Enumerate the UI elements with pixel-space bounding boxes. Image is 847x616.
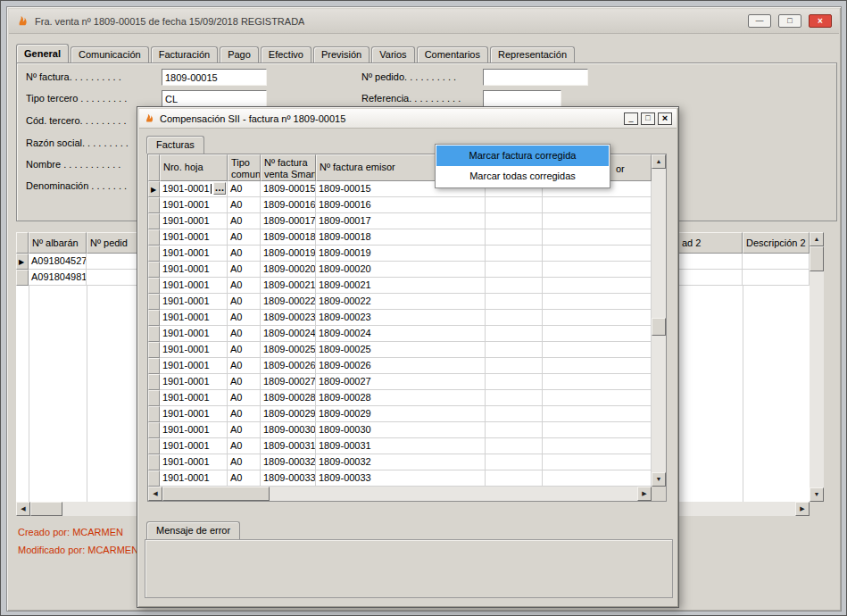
grid-cell[interactable] [486,406,543,422]
grid-cell[interactable]: 1901-0001 [160,326,228,342]
grid-row[interactable]: 1901-0001A01809-000281809-00028 [148,390,652,406]
grid-cell[interactable]: A0 [228,422,261,438]
row-selector[interactable]: ▶ [148,181,160,197]
grid-cell[interactable]: 1809-00017 [261,213,316,229]
grid-cell[interactable]: 1809-00025 [316,342,486,358]
grid-cell[interactable]: A0 [228,374,261,390]
grid-cell[interactable] [486,310,543,326]
grid-row[interactable]: 1901-0001A01809-000251809-00025 [148,342,652,358]
albaran-cell[interactable] [678,270,743,286]
grid-cell[interactable]: 1809-00019 [261,246,316,262]
row-selector[interactable] [16,270,29,286]
col-header-tipo-comuni[interactable]: Tipo comuni [228,154,261,181]
grid-cell[interactable]: 1809-00029 [261,406,316,422]
close-button[interactable]: × [809,14,832,28]
hscroll-thumb[interactable] [30,502,62,516]
col-header-nro-hoja[interactable]: Nro. hoja [160,154,228,181]
row-selector[interactable] [148,470,160,487]
grid-row[interactable]: 1901-0001A01809-000221809-00022 [148,294,652,310]
grid-row[interactable]: 1901-0001A01809-000301809-00030 [148,422,652,438]
grid-row[interactable]: 1901-0001A01809-000181809-00018 [148,229,652,246]
referencia-field[interactable] [483,90,561,107]
grid-cell[interactable]: 1809-00025 [261,342,316,358]
grid-cell[interactable]: 1809-00018 [316,229,486,246]
row-selector[interactable] [148,326,160,342]
grid-cell[interactable]: 1809-00024 [316,326,486,342]
hscroll-thumb[interactable] [162,487,270,501]
row-selector[interactable] [148,374,160,390]
albaran-col-header[interactable]: Nº albarán [29,232,87,254]
row-selector[interactable] [148,406,160,422]
grid-cell[interactable]: 1809-00016 [316,197,486,213]
row-selector[interactable] [148,197,160,213]
grid-cell[interactable]: 1809-00027 [316,374,486,390]
albaran-cell[interactable] [743,270,810,286]
grid-cell[interactable] [486,326,543,342]
grid-cell[interactable] [543,342,652,358]
grid-cell[interactable] [486,229,543,246]
albaran-cell[interactable] [743,254,810,270]
grid-cell[interactable]: 1809-00018 [261,229,316,246]
grid-cell[interactable]: A0 [228,438,261,454]
grid-cell[interactable]: 1901-0001 [160,454,228,470]
grid-cell[interactable]: 1809-00022 [316,294,486,310]
grid-cell[interactable]: 1809-00033 [261,470,316,487]
grid-cell[interactable] [543,262,652,278]
scroll-left-button[interactable]: ◀ [16,502,30,516]
dialog-maximize-button[interactable]: □ [641,112,655,125]
row-selector[interactable] [148,454,160,470]
n-factura-field[interactable] [162,69,267,86]
scroll-up-button[interactable]: ▲ [810,232,824,246]
grid-cell[interactable] [543,310,652,326]
albaran-col-header[interactable]: ad 2 [678,232,743,254]
grid-cell[interactable]: 1809-00033 [316,470,486,487]
scroll-up-button[interactable]: ▲ [652,154,666,169]
tab-varios[interactable]: Varios [371,46,414,62]
grid-cell[interactable]: 1809-00021 [261,278,316,294]
grid-cell[interactable]: 1809-00021 [316,278,486,294]
dialog-minimize-button[interactable]: _ [624,112,638,125]
scroll-left-button[interactable]: ◀ [148,487,162,501]
grid-cell[interactable]: 1901-0001 [160,390,228,406]
vscroll-thumb[interactable] [810,246,824,271]
grid-cell[interactable]: 1901-0001 [160,246,228,262]
grid-cell[interactable]: 1809-00022 [261,294,316,310]
grid-cell[interactable] [543,326,652,342]
tab-mensaje-de-error[interactable]: Mensaje de error [146,521,240,539]
tab-facturas[interactable]: Facturas [146,136,204,154]
ellipsis-button[interactable]: … [213,182,226,195]
tab-representacion[interactable]: Representación [490,46,575,62]
grid-cell[interactable] [543,229,652,246]
albaran-cell[interactable]: A091804981 [29,270,87,286]
grid-cell[interactable]: A0 [228,262,261,278]
grid-cell[interactable]: 1809-00020 [261,262,316,278]
grid-cell[interactable]: 1809-00032 [316,454,486,470]
grid-cell[interactable] [543,358,652,374]
grid-row[interactable]: 1901-0001A01809-000201809-00020 [148,262,652,278]
dialog-close-button[interactable]: × [658,112,672,125]
grid-cell[interactable]: 1809-00023 [316,310,486,326]
grid-cell[interactable]: 1901-0001 [160,213,228,229]
row-selector[interactable] [148,422,160,438]
grid-cell[interactable]: 1809-00017 [316,213,486,229]
grid-cell[interactable] [486,213,543,229]
grid-cell[interactable] [486,438,543,454]
grid-cell[interactable] [543,374,652,390]
grid-cell[interactable]: 1809-00020 [316,262,486,278]
grid-cell[interactable]: 1809-00023 [261,310,316,326]
grid-cell[interactable]: A0 [228,181,261,197]
grid-cell[interactable]: 1901-0001 [160,438,228,454]
maximize-button[interactable]: □ [778,14,801,28]
grid-row[interactable]: 1901-0001A01809-000191809-00019 [148,246,652,262]
minimize-button[interactable]: — [748,14,771,28]
grid-cell[interactable]: 1809-00032 [261,454,316,470]
grid-cell[interactable]: 1901-0001 [160,229,228,246]
albaran-cell[interactable] [678,254,743,270]
grid-cell[interactable] [486,358,543,374]
grid-cell[interactable] [486,390,543,406]
main-titlebar[interactable]: Fra. venta nº 1809-00015 de fecha 15/09/… [9,9,839,34]
grid-cell[interactable]: 1901-0001 [160,358,228,374]
grid-cell[interactable]: A0 [228,390,261,406]
grid-cell[interactable]: A0 [228,454,261,470]
grid-cell[interactable] [486,262,543,278]
